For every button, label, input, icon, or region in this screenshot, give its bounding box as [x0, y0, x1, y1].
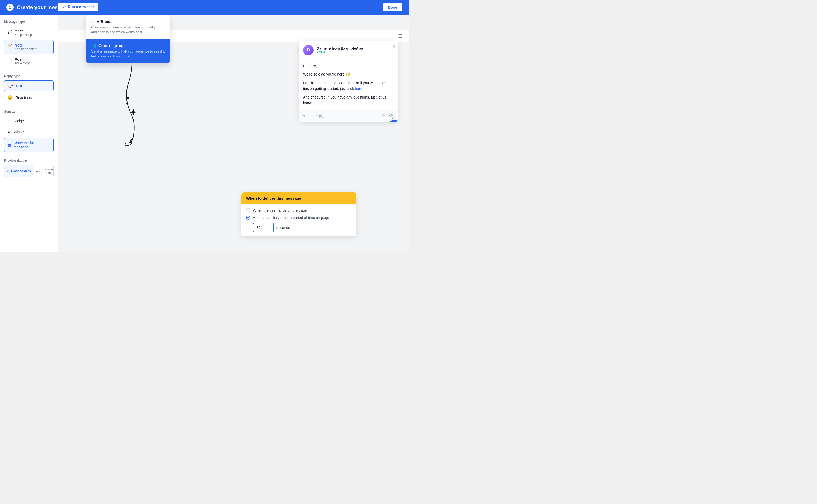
preview-placeholders[interactable]: ⊙ Placeholders: [4, 165, 33, 177]
sent-as-badge[interactable]: ⊙ Badge: [4, 116, 54, 126]
delivery-card: When to deliver this message When the us…: [241, 192, 356, 236]
control-group-icon: 👥: [91, 43, 96, 48]
message-link[interactable]: here: [355, 86, 362, 91]
badge-icon: ⊙: [8, 119, 11, 123]
delivery-option-lands[interactable]: When the user lands on the page: [246, 208, 352, 212]
snippet-label: Snippet: [12, 130, 25, 134]
run-test-dropdown: ⇄ A/B test Create two options and send e…: [86, 15, 170, 63]
post-subtitle: Tell a story: [15, 61, 30, 65]
header: 1 Create your message ↗ Run a new test D…: [0, 0, 409, 15]
emoji-icon[interactable]: ☺: [381, 113, 386, 119]
message-body: Hi there, We're so glad you're here 🙌 Fe…: [299, 59, 398, 110]
toolbar-menu-icon[interactable]: ☰: [396, 32, 404, 40]
left-panel: Message type 💬 Chat Keep it simple 📝 Not…: [0, 15, 58, 252]
preview-data-label: Preview data as: [4, 159, 54, 163]
text-reply-icon: 💬: [8, 83, 13, 88]
reply-input-placeholder[interactable]: Write a reply...: [303, 114, 379, 118]
sent-as-label: Sent as: [4, 110, 54, 113]
snippet-icon: ≡: [8, 130, 10, 134]
run-new-test-button[interactable]: ↗ Run a new test: [57, 2, 99, 11]
svg-point-1: [126, 103, 127, 104]
avatar: D: [303, 45, 314, 55]
reply-type-text[interactable]: 💬 Text: [4, 80, 54, 91]
radio-time[interactable]: [246, 216, 250, 220]
sender-status: Active: [317, 50, 363, 54]
reply-actions: ☺ 📎: [381, 113, 394, 119]
note-subtitle: Add rich content: [15, 47, 37, 51]
radio-lands[interactable]: [246, 208, 250, 212]
sample-data-icon: Abc: [36, 170, 41, 173]
preview-sample-data[interactable]: Abc Sample data: [33, 165, 54, 177]
preview-data-section: Preview data as ⊙ Placeholders Abc Sampl…: [4, 159, 54, 177]
reply-reactions-label: Reactions: [15, 96, 32, 100]
reply-text-label: Text: [15, 84, 22, 88]
message-card-header: D Danielle from ExampleApp Active ×: [299, 41, 398, 59]
delivery-option-time-label: After a user has spent a period of time …: [253, 216, 329, 220]
sender-info: Danielle from ExampleApp Active: [317, 46, 363, 54]
attachment-icon[interactable]: 📎: [388, 113, 394, 119]
badge-label: Badge: [13, 119, 24, 123]
message-preview-card: D Danielle from ExampleApp Active × Hi t…: [299, 41, 398, 122]
delivery-option-time[interactable]: After a user has spent a period of time …: [246, 216, 352, 220]
run-test-label: Run a new test: [68, 5, 94, 9]
message-type-label: Message type: [4, 20, 54, 24]
seconds-label: seconds: [276, 225, 290, 230]
delivery-card-body: When the user lands on the page After a …: [241, 204, 356, 236]
close-message-card-button[interactable]: ×: [392, 44, 395, 49]
main-layout: Message type 💬 Chat Keep it simple 📝 Not…: [0, 15, 409, 252]
ab-test-desc: Create two options and send each to half…: [91, 25, 165, 34]
center-area: ☰ ⇄ A/B test Create two options and send…: [58, 15, 409, 252]
dropdown-ab-test[interactable]: ⇄ A/B test Create two options and send e…: [86, 15, 170, 39]
message-line-4: And of course, if you have any questions…: [303, 94, 394, 106]
post-title: Post: [15, 57, 30, 61]
chat-icon: 💬: [8, 30, 12, 34]
test-icon: ↗: [63, 5, 66, 9]
message-type-chat[interactable]: 💬 Chat Keep it simple: [4, 26, 54, 40]
full-message-label: Show the full message: [14, 141, 50, 149]
chat-subtitle: Keep it simple: [15, 33, 34, 37]
placeholders-icon: ⊙: [7, 169, 10, 173]
reply-type-group: 💬 Text 😊 Reactions: [4, 80, 54, 103]
message-line-2: We're so glad you're here 🙌: [303, 71, 394, 77]
message-type-post[interactable]: 📄 Post Tell a story: [4, 54, 54, 68]
reactions-icon: 😊: [8, 95, 13, 100]
sample-data-label: Sample data: [43, 167, 53, 175]
seconds-input[interactable]: [253, 223, 274, 232]
svg-point-0: [127, 97, 129, 99]
chat-title: Chat: [15, 29, 34, 33]
control-group-desc: Send a message to half your audience to …: [91, 49, 165, 59]
message-line-1: Hi there,: [303, 63, 394, 69]
message-type-note[interactable]: 📝 Note Add rich content: [4, 40, 54, 54]
sent-as-full-message[interactable]: ▦ Show the full message: [4, 138, 54, 152]
post-icon: 📄: [8, 58, 12, 62]
delivery-option-lands-label: When the user lands on the page: [253, 208, 307, 212]
reply-type-reactions[interactable]: 😊 Reactions: [4, 92, 54, 103]
full-message-icon: ▦: [8, 143, 11, 147]
control-group-title: Control group: [98, 43, 125, 48]
avatar-image: D: [303, 45, 314, 55]
sent-as-section: Sent as ⊙ Badge ≡ Snippet ▦ Show the ful…: [4, 110, 54, 153]
done-button[interactable]: Done: [383, 3, 402, 11]
seconds-row: seconds: [253, 223, 352, 232]
message-reply-area: Write a reply... ☺ 📎: [299, 110, 398, 122]
note-icon: 📝: [8, 44, 12, 48]
sent-as-snippet[interactable]: ≡ Snippet: [4, 127, 54, 137]
step-badge: 1: [6, 4, 14, 11]
reply-type-label: Reply type: [4, 74, 54, 78]
placeholders-label: Placeholders: [11, 169, 31, 173]
message-type-group: 💬 Chat Keep it simple 📝 Note Add rich co…: [4, 26, 54, 68]
delivery-card-header: When to deliver this message: [241, 192, 356, 204]
dropdown-control-group[interactable]: 👥 Control group Send a message to half y…: [86, 39, 170, 63]
sender-name: Danielle from ExampleApp: [317, 46, 363, 50]
preview-toggle: ⊙ Placeholders Abc Sample data: [4, 165, 54, 177]
sent-as-group: ⊙ Badge ≡ Snippet ▦ Show the full messag…: [4, 116, 54, 153]
message-line-3: Feel free to take a look around - or if …: [303, 80, 394, 92]
reply-type-section: Reply type 💬 Text 😊 Reactions: [4, 74, 54, 103]
ab-test-icon: ⇄: [91, 19, 95, 24]
ab-test-title: A/B test: [97, 19, 112, 24]
note-title: Note: [15, 43, 37, 47]
